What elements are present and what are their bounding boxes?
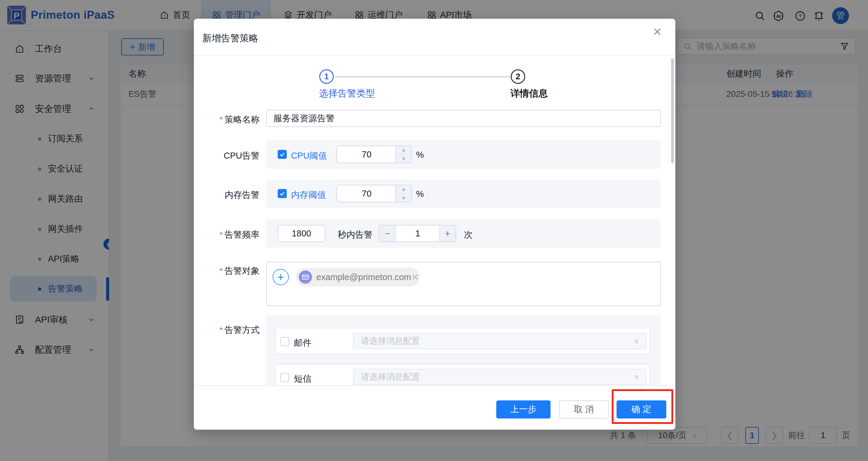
frequency-unit: 次 [464, 229, 473, 241]
required-asterisk: * [219, 325, 223, 335]
frequency-count-stepper: − + [379, 225, 456, 242]
alert-target-label: *告警对象 [194, 265, 259, 277]
sms-config-select[interactable]: 请选择消息配置 ∨ [353, 369, 647, 385]
step-connector [335, 76, 510, 78]
modal-title: 新增告警策略 [202, 32, 258, 44]
close-icon[interactable]: ✕ [651, 25, 664, 39]
step-2-circle: 2 [511, 69, 525, 84]
stepper-buttons: ∧ ∨ [396, 185, 411, 202]
mail-config-select[interactable]: 请选择消息配置 ∨ [353, 333, 647, 349]
frequency-seconds-input[interactable] [278, 225, 325, 242]
alert-frequency-panel [266, 219, 661, 248]
mail-method-box: 邮件 请选择消息配置 ∨ [275, 328, 650, 354]
cpu-threshold-input[interactable] [337, 146, 396, 162]
cpu-threshold-checkbox[interactable] [278, 150, 287, 159]
mem-alert-label: 内存告警 [194, 189, 259, 201]
required-asterisk: * [219, 115, 223, 124]
mem-threshold-input[interactable] [337, 185, 396, 202]
mem-threshold-checkbox[interactable] [278, 189, 287, 198]
check-icon [279, 190, 285, 197]
cancel-button[interactable]: 取 消 [559, 400, 609, 419]
cpu-threshold-label[interactable]: CPU阈值 [291, 150, 327, 162]
frequency-mid-text: 秒内告警 [338, 229, 373, 241]
chevron-down-icon: ∨ [634, 373, 639, 381]
cpu-threshold-stepper: ∧ ∨ [337, 146, 412, 163]
modal-body: 1 2 选择告警类型 详情信息 *策略名称 CPU告警 CPU阈值 ∧ ∨ % … [194, 56, 675, 385]
step-1-circle: 1 [319, 69, 334, 84]
email-icon [299, 271, 312, 284]
sms-method-label: 短信 [294, 373, 311, 385]
stepper-buttons: ∧ ∨ [396, 146, 411, 162]
chevron-down-icon: ∨ [634, 337, 639, 345]
alert-method-label: *告警方式 [194, 324, 259, 336]
mem-threshold-label[interactable]: 内存阈值 [291, 189, 326, 201]
remove-tag-icon[interactable]: ✕ [411, 272, 419, 282]
alert-frequency-label: *告警频率 [194, 229, 259, 241]
cpu-alert-label: CPU告警 [194, 150, 259, 162]
mail-method-label: 邮件 [294, 337, 311, 349]
alert-target-box: + example@primeton.com ✕ [266, 262, 661, 306]
plus-icon[interactable]: + [439, 225, 456, 242]
required-asterisk: * [219, 266, 223, 276]
mem-threshold-stepper: ∧ ∨ [337, 185, 412, 202]
increase-arrow-icon[interactable]: ∧ [396, 185, 411, 193]
modal-scrollbar[interactable] [671, 58, 674, 163]
decrease-arrow-icon[interactable]: ∨ [396, 193, 411, 202]
mem-unit: % [416, 189, 424, 199]
step-1-label: 选择告警类型 [319, 87, 375, 100]
add-target-button[interactable]: + [273, 269, 289, 285]
minus-icon[interactable]: − [379, 225, 396, 242]
cpu-unit: % [416, 150, 424, 160]
step-2-label: 详情信息 [510, 87, 548, 100]
policy-name-input[interactable] [266, 110, 661, 127]
frequency-count-input[interactable] [396, 225, 440, 242]
check-icon [279, 151, 285, 158]
confirm-button[interactable]: 确 定 [617, 400, 666, 419]
decrease-arrow-icon[interactable]: ∨ [396, 154, 411, 162]
email-tag: example@primeton.com ✕ [296, 268, 420, 286]
increase-arrow-icon[interactable]: ∧ [396, 146, 411, 154]
mail-checkbox[interactable] [280, 337, 289, 346]
sms-method-box: 短信 请选择消息配置 ∨ [275, 364, 650, 385]
policy-name-label: *策略名称 [194, 114, 259, 126]
email-address: example@primeton.com [316, 272, 411, 282]
modal-footer: 上一步 取 消 确 定 [194, 385, 675, 430]
sms-checkbox[interactable] [280, 373, 289, 382]
add-alert-policy-modal: 新增告警策略 ✕ 1 2 选择告警类型 详情信息 *策略名称 CPU告警 CPU… [194, 19, 675, 430]
prev-step-button[interactable]: 上一步 [496, 400, 551, 419]
modal-header: 新增告警策略 ✕ [194, 19, 675, 56]
required-asterisk: * [219, 230, 223, 239]
